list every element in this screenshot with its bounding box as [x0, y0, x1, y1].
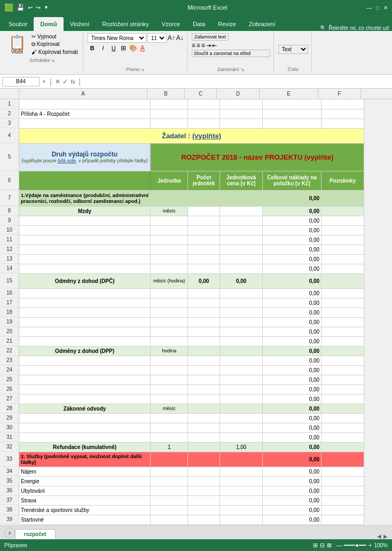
cell-e29[interactable]: 0,00	[263, 413, 322, 423]
cell-b27[interactable]	[151, 394, 188, 404]
cell-e24[interactable]: 0,00	[263, 365, 322, 375]
cell-c36[interactable]	[188, 486, 220, 495]
cell-e3[interactable]	[263, 119, 322, 128]
row-num-27[interactable]: 27	[0, 394, 19, 404]
cell-c25[interactable]	[188, 375, 220, 384]
confirm-formula-icon[interactable]: ✓	[62, 78, 68, 85]
cell-a7[interactable]: 1.Výdaje na zaměstnance (produkční, admi…	[19, 190, 151, 206]
cell-f20[interactable]	[322, 327, 364, 336]
cell-b10[interactable]	[151, 225, 188, 235]
cell-e31[interactable]: 0,00	[263, 432, 322, 442]
col-header-a[interactable]: A	[19, 89, 147, 99]
cell-f1[interactable]	[322, 99, 364, 109]
cell-a23[interactable]	[19, 356, 151, 365]
cell-b37[interactable]	[151, 495, 188, 505]
cell-a36[interactable]: Ubytování	[19, 486, 151, 495]
row-num-38[interactable]: 38	[0, 505, 19, 515]
cell-d23[interactable]	[220, 356, 263, 365]
cell-d27[interactable]	[220, 394, 263, 404]
cell-d1[interactable]	[220, 99, 263, 109]
cell-f19[interactable]	[322, 317, 364, 327]
row-num-6[interactable]: 6	[0, 171, 19, 190]
cell-a39[interactable]: Startovné	[19, 515, 151, 524]
row-num-25[interactable]: 25	[0, 375, 19, 384]
cell-e15[interactable]: 0,00	[263, 273, 322, 288]
cell-e10[interactable]: 0,00	[263, 225, 322, 235]
cell-b28[interactable]: měsíc	[151, 404, 188, 413]
cell-b2[interactable]	[151, 109, 188, 119]
cell-a16[interactable]	[19, 288, 151, 298]
cell-b20[interactable]	[151, 327, 188, 336]
cell-header-f6[interactable]: Poznámky	[322, 171, 364, 190]
cell-a8[interactable]: Mzdy	[19, 206, 151, 216]
clipboard-expand-icon[interactable]: ↘	[51, 58, 55, 63]
cell-b11[interactable]	[151, 235, 188, 245]
cell-e38[interactable]: 0,00	[263, 505, 322, 515]
cell-f30[interactable]	[322, 423, 364, 432]
row-num-33[interactable]: 33	[0, 452, 19, 467]
cell-b34[interactable]	[151, 467, 188, 476]
formula-input[interactable]	[84, 78, 390, 85]
cell-b9[interactable]	[151, 216, 188, 225]
cell-a26[interactable]	[19, 384, 151, 394]
row-num-23[interactable]: 23	[0, 356, 19, 365]
cell-b31[interactable]	[151, 432, 188, 442]
cell-f32[interactable]	[322, 442, 364, 452]
cell-a38[interactable]: Trenérské a sportovní služby	[19, 505, 151, 515]
cell-d10[interactable]	[220, 225, 263, 235]
cell-e2[interactable]	[263, 109, 322, 119]
row-num-39[interactable]: 39	[0, 515, 19, 524]
cell-f23[interactable]	[322, 356, 364, 365]
cell-a31[interactable]	[19, 432, 151, 442]
cell-d38[interactable]	[220, 505, 263, 515]
cell-a20[interactable]	[19, 327, 151, 336]
add-sheet-button[interactable]: +	[4, 528, 15, 538]
cell-c30[interactable]	[188, 423, 220, 432]
cell-b1[interactable]	[151, 99, 188, 109]
cell-b24[interactable]	[151, 365, 188, 375]
cell-d16[interactable]	[220, 288, 263, 298]
cell-f14[interactable]	[322, 264, 364, 273]
cell-d2[interactable]	[220, 109, 263, 119]
maximize-button[interactable]: □	[376, 5, 379, 11]
fill-color-button[interactable]: 🎨	[128, 44, 138, 52]
cell-c38[interactable]	[188, 505, 220, 515]
cell-b7[interactable]	[151, 190, 188, 206]
sheet-tab-rozpocet[interactable]: rozpočet	[15, 529, 56, 539]
zoom-out-icon[interactable]: —	[336, 542, 342, 548]
font-grow-icon[interactable]: A↑	[168, 34, 175, 42]
cell-e17[interactable]: 0,00	[263, 298, 322, 308]
font-name-select[interactable]: Times New Roma	[88, 33, 146, 43]
cell-header-e6[interactable]: Celkové náklady na položku [v Kč]	[263, 171, 322, 190]
tab-soubor[interactable]: Soubor	[2, 17, 34, 31]
cell-e13[interactable]: 0,00	[263, 254, 322, 264]
cell-e28[interactable]: 0,00	[263, 404, 322, 413]
cell-f22[interactable]	[322, 346, 364, 356]
cell-d30[interactable]	[220, 423, 263, 432]
cell-c10[interactable]	[188, 225, 220, 235]
cell-druh[interactable]: Druh výdajů rozpočtu (vyplňujte pouze bí…	[19, 143, 151, 171]
cell-e9[interactable]: 0,00	[263, 216, 322, 225]
cell-f26[interactable]	[322, 384, 364, 394]
cell-c27[interactable]	[188, 394, 220, 404]
cell-c24[interactable]	[188, 365, 220, 375]
cell-e19[interactable]: 0,00	[263, 317, 322, 327]
cell-b23[interactable]	[151, 356, 188, 365]
cell-b18[interactable]	[151, 308, 188, 317]
cell-d9[interactable]	[220, 216, 263, 225]
align-right-icon[interactable]: ≡	[201, 42, 205, 49]
row-num-18[interactable]: 18	[0, 308, 19, 317]
cell-zadatel[interactable]: Žadatel : (vyplňte)	[19, 128, 364, 143]
cell-c37[interactable]	[188, 495, 220, 505]
help-search-label[interactable]: Řekněte mi, co chcete ud	[328, 25, 389, 31]
cell-e27[interactable]: 0,00	[263, 394, 322, 404]
cell-c3[interactable]	[188, 119, 220, 128]
cell-d14[interactable]	[220, 264, 263, 273]
cell-e16[interactable]: 0,00	[263, 288, 322, 298]
cell-c26[interactable]	[188, 384, 220, 394]
cell-e32[interactable]: 0,00	[263, 442, 322, 452]
cell-e26[interactable]: 0,00	[263, 384, 322, 394]
row-num-22[interactable]: 22	[0, 346, 19, 356]
cell-d8[interactable]	[220, 206, 263, 216]
cell-d13[interactable]	[220, 254, 263, 264]
